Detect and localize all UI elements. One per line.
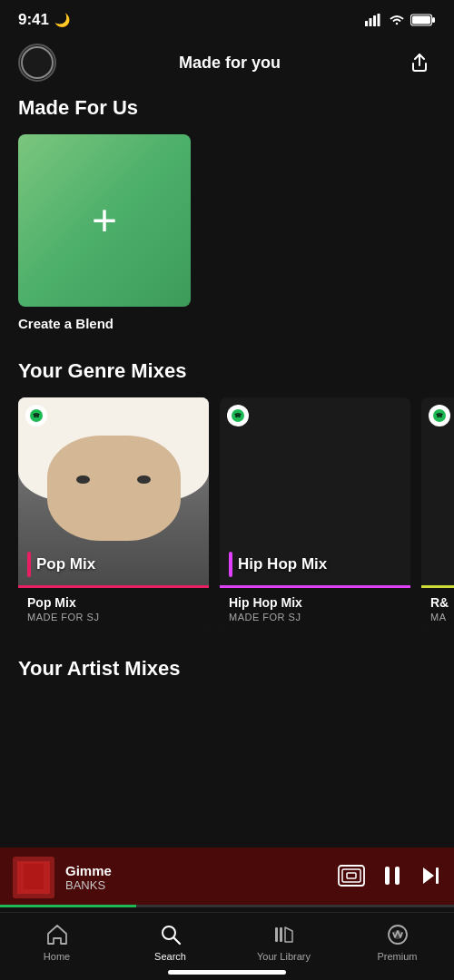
svg-rect-23 [280,927,282,942]
artist-mixes-section: Your Artist Mixes [18,657,436,681]
create-blend-card[interactable]: + [18,134,191,307]
genre-scroll-container: Pop Mix Pop Mix MADE FOR SJ [18,397,436,630]
page-title: Made for you [179,54,281,73]
next-icon [419,865,441,887]
hiphop-label-overlay: Hip Hop Mix [229,552,327,577]
svg-rect-16 [385,867,390,885]
hiphop-mix-image: Hip Hop Mix [220,397,410,588]
made-for-us-title: Made For Us [18,96,436,120]
pop-face [47,436,181,541]
cast-icon [338,865,365,887]
rb-card-title: R& [430,595,454,610]
home-indicator [168,970,286,975]
svg-rect-2 [373,15,376,26]
now-playing-thumbnail [13,857,54,898]
album-art [13,857,54,898]
avatar-inner [21,46,54,79]
signal-icon [365,14,383,26]
nav-search-label: Search [154,951,186,962]
svg-marker-18 [423,867,434,884]
create-blend-label: Create a Blend [18,316,114,331]
nav-premium-label: Premium [377,951,417,962]
spotify-icon-hiphop [232,409,244,422]
hiphop-card-title: Hip Hop Mix [229,595,401,610]
pause-icon [380,863,405,888]
next-button[interactable] [419,865,441,890]
nav-home[interactable]: Home [0,922,114,962]
spotify-badge-hiphop [227,405,249,426]
rb-mix-image [421,397,454,588]
wifi-icon [389,14,405,26]
blend-plus-icon: + [92,199,117,242]
home-icon-container [44,922,70,947]
svg-rect-19 [436,867,439,884]
avatar-button[interactable] [18,44,56,82]
spotify-icon-pop [30,409,43,422]
nav-premium[interactable]: Premium [340,922,454,962]
moon-icon: 🌙 [54,13,70,27]
status-time: 9:41 🌙 [18,11,70,29]
svg-rect-6 [412,16,430,24]
made-for-us-section: Made For Us + Create a Blend [18,96,436,332]
pop-label-overlay: Pop Mix [27,552,95,577]
hiphop-accent-bar [229,552,232,577]
genre-card-hiphop[interactable]: Hip Hop Mix Hip Hop Mix MADE FOR SJ [220,397,410,630]
pause-button[interactable] [380,863,405,892]
home-icon [45,923,69,946]
spotify-icon-rb [433,409,446,422]
svg-rect-12 [24,864,44,889]
library-icon [272,923,296,946]
now-playing-title: Gimme [65,863,327,878]
svg-rect-3 [378,14,380,26]
header: Made for you [0,34,454,96]
premium-icon-container [385,922,410,947]
pop-eye-left [76,475,90,484]
search-icon [159,923,183,946]
pop-eye-right [137,475,151,484]
svg-rect-5 [432,17,435,23]
spotify-badge-pop [25,405,47,426]
hiphop-bar [220,585,410,588]
now-playing-artist: BANKS [65,878,327,892]
status-bar: 9:41 🌙 [0,0,454,34]
pop-overlay-name: Pop Mix [36,555,95,573]
cast-button[interactable] [338,865,365,890]
search-icon-container [158,922,183,947]
genre-card-rb[interactable]: R& MA [421,397,454,630]
pop-accent-bar [27,552,31,577]
status-icons [365,14,436,26]
battery-icon [410,14,436,26]
svg-rect-0 [365,21,368,26]
nav-home-label: Home [44,951,70,962]
rb-card-info: R& MA [421,588,454,630]
pop-eyes [76,475,151,484]
hiphop-card-subtitle: MADE FOR SJ [229,612,401,622]
main-content: Made For Us + Create a Blend Your Genre … [0,96,454,695]
svg-rect-15 [347,873,356,878]
artist-mixes-title: Your Artist Mixes [18,657,436,681]
share-icon [410,53,429,73]
library-icon-container [271,922,297,947]
svg-rect-22 [275,927,278,942]
pop-mix-image: Pop Mix [18,397,209,588]
pop-card-info: Pop Mix MADE FOR SJ [18,588,209,630]
genre-mixes-section: Your Genre Mixes [18,359,436,630]
pop-card-subtitle: MADE FOR SJ [27,612,200,622]
nav-library[interactable]: Your Library [227,922,340,962]
now-playing-bar[interactable]: Gimme BANKS [0,848,454,907]
genre-card-pop[interactable]: Pop Mix Pop Mix MADE FOR SJ [18,397,209,630]
nav-search[interactable]: Search [114,922,227,962]
pop-bar [18,585,209,588]
hiphop-overlay-name: Hip Hop Mix [238,555,327,573]
hiphop-card-info: Hip Hop Mix MADE FOR SJ [220,588,410,630]
spotify-badge-rb [429,405,450,426]
svg-rect-14 [342,869,360,882]
genre-mixes-title: Your Genre Mixes [18,359,436,383]
svg-rect-17 [395,867,400,885]
rb-bar [421,585,454,588]
now-playing-controls [338,863,441,892]
nav-library-label: Your Library [257,951,311,962]
svg-line-21 [173,938,180,945]
share-button[interactable] [403,46,436,79]
svg-rect-1 [370,18,372,26]
